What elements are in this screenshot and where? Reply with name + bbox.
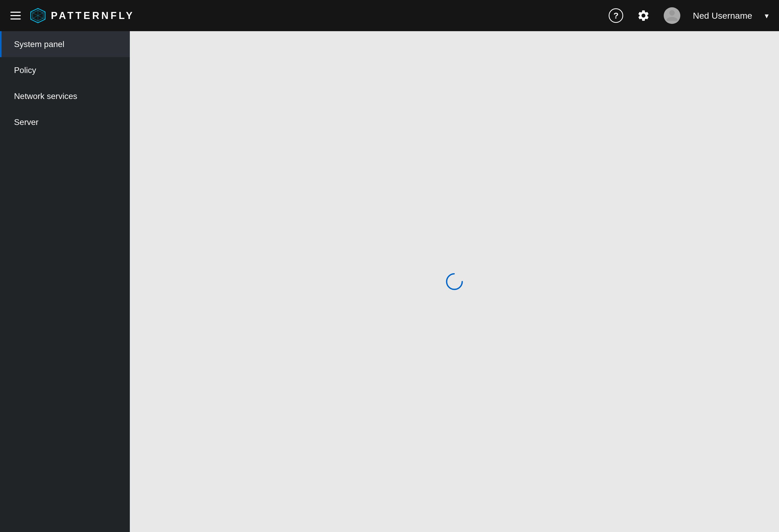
help-icon[interactable]: ? xyxy=(609,8,623,23)
sidebar-item-policy[interactable]: Policy xyxy=(0,57,130,83)
user-avatar xyxy=(664,7,680,24)
patternfly-logo-icon xyxy=(30,8,46,23)
brand-name: PATTERNFLY xyxy=(51,10,134,21)
svg-point-5 xyxy=(446,274,462,289)
navbar-right: ? Ned Username ▾ xyxy=(609,7,769,24)
settings-icon[interactable] xyxy=(636,8,651,23)
sidebar: System panel Policy Network services Ser… xyxy=(0,31,130,532)
brand-logo: PATTERNFLY xyxy=(30,8,134,23)
gear-svg xyxy=(637,9,650,22)
username-label[interactable]: Ned Username xyxy=(693,11,752,21)
user-menu-chevron[interactable]: ▾ xyxy=(765,11,769,20)
sidebar-item-system-panel[interactable]: System panel xyxy=(0,31,130,57)
hamburger-menu[interactable] xyxy=(10,12,21,19)
sidebar-item-server[interactable]: Server xyxy=(0,109,130,135)
loading-spinner xyxy=(444,271,465,292)
avatar-icon xyxy=(665,9,679,22)
sidebar-item-network-services[interactable]: Network services xyxy=(0,83,130,109)
navbar: PATTERNFLY ? Ned Username ▾ xyxy=(0,0,779,31)
main-content xyxy=(130,31,779,532)
